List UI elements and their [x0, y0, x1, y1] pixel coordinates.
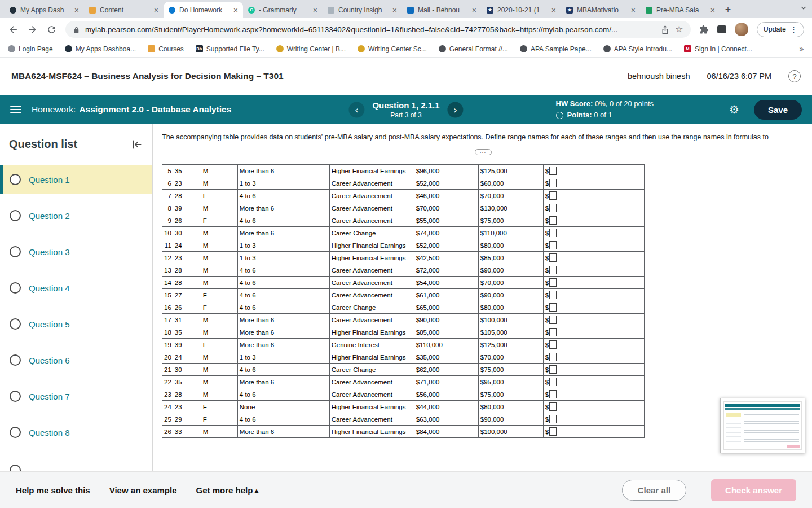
browser-tab[interactable]: Country Insigh× — [323, 2, 402, 18]
tab-close-icon[interactable]: × — [74, 6, 79, 15]
menu-hamburger-icon[interactable] — [10, 106, 21, 113]
collapse-panel-icon[interactable] — [131, 138, 143, 151]
answer-input[interactable] — [549, 266, 557, 274]
answer-input[interactable] — [549, 340, 557, 349]
next-question-button[interactable]: › — [448, 102, 464, 117]
settings-gear-icon[interactable]: ⚙ — [729, 104, 739, 115]
sidebar-item-question-8[interactable]: Question 8 — [0, 418, 152, 446]
browser-tab[interactable]: G- Grammarly× — [243, 2, 323, 18]
update-button[interactable]: Update ⋮ — [757, 22, 804, 37]
help-icon[interactable]: ? — [788, 70, 801, 82]
tab-close-icon[interactable]: × — [631, 6, 636, 15]
tab-close-icon[interactable]: × — [154, 6, 158, 15]
answer-dollar-prefix: $ — [545, 317, 549, 323]
browser-tab[interactable]: ★2020-10-21 (1× — [482, 2, 561, 18]
share-icon[interactable] — [660, 25, 670, 34]
bookmark-item[interactable]: My Apps Dashboa... — [65, 45, 136, 53]
table-row: 1030MMore than 6Career Change$74,000$110… — [162, 227, 645, 239]
bookmark-item[interactable]: General Format //... — [439, 45, 508, 53]
browser-tab[interactable]: Pre-MBA Sala× — [641, 2, 720, 18]
profile-avatar[interactable] — [735, 23, 748, 36]
answer-input[interactable] — [549, 278, 557, 287]
gender-cell: F — [201, 339, 237, 351]
back-icon[interactable] — [8, 24, 19, 35]
answer-input[interactable] — [549, 402, 557, 411]
bookmark-item[interactable]: Login Page — [8, 45, 53, 53]
tab-title: Mail - Behnou — [418, 6, 468, 14]
reason-cell: Career Advancement — [329, 388, 414, 401]
divider-handle[interactable]: ... — [475, 149, 492, 155]
extensions-icon[interactable] — [699, 25, 709, 34]
table-row: 623M1 to 3Career Advancement$52,000$60,0… — [162, 177, 645, 190]
question-9-radio-partial[interactable] — [10, 465, 21, 471]
answer-input[interactable] — [549, 390, 557, 398]
sidebar-item-question-4[interactable]: Question 4 — [0, 274, 152, 302]
apps-dashboard-favicon — [10, 7, 16, 14]
answer-input[interactable] — [549, 316, 557, 324]
answer-input[interactable] — [549, 291, 557, 299]
tab-close-icon[interactable]: × — [392, 6, 397, 15]
sidebar-item-question-2[interactable]: Question 2 — [0, 202, 152, 230]
previous-question-button[interactable]: ‹ — [348, 102, 364, 117]
bookmark-item[interactable]: Courses — [148, 45, 184, 53]
answer-input[interactable] — [549, 253, 557, 262]
browser-tab[interactable]: My Apps Dash× — [5, 2, 84, 18]
browser-tab[interactable]: Do Homework× — [164, 2, 243, 18]
browser-tab[interactable]: Content× — [84, 2, 164, 18]
sidebar-item-question-1[interactable]: Question 1 — [0, 165, 152, 194]
bookmark-item[interactable]: APA Style Introdu... — [603, 45, 672, 53]
answer-input[interactable] — [549, 216, 557, 225]
answer-input[interactable] — [549, 229, 557, 237]
answer-input[interactable] — [549, 328, 557, 336]
browser-tab[interactable]: ★MBAMotivatio× — [561, 2, 641, 18]
bookmark-item[interactable]: MSign In | Connect... — [684, 45, 752, 53]
browser-tab[interactable]: Mail - Behnou× — [402, 2, 482, 18]
answer-input[interactable] — [549, 427, 557, 436]
tab-close-icon[interactable]: × — [710, 6, 715, 15]
get-more-help-link[interactable]: Get more help▲ — [196, 485, 259, 495]
save-button[interactable]: Save — [754, 100, 802, 120]
answer-input[interactable] — [549, 241, 557, 249]
side-panel-icon[interactable] — [717, 25, 726, 33]
tab-close-icon[interactable]: × — [551, 6, 556, 15]
address-bar[interactable]: mylab.pearson.com/Student/PlayerHomework… — [65, 21, 691, 38]
sidebar-item-question-3[interactable]: Question 3 — [0, 238, 152, 266]
check-answer-button[interactable]: Check answer — [711, 479, 796, 501]
answer-dollar-prefix: $ — [545, 416, 549, 423]
answer-input[interactable] — [549, 303, 557, 312]
bookmark-item[interactable]: Writing Center Sc... — [358, 45, 427, 53]
refresh-icon[interactable] — [46, 24, 57, 35]
sidebar-item-question-7[interactable]: Question 7 — [0, 382, 152, 410]
bookmark-star-icon[interactable]: ☆ — [675, 25, 683, 34]
clear-all-button[interactable]: Clear all — [622, 480, 686, 501]
answer-dollar-prefix: $ — [545, 205, 549, 212]
experience-cell: 1 to 3 — [237, 177, 329, 190]
tab-close-icon[interactable]: × — [472, 6, 476, 15]
menu-kebab-icon[interactable]: ⋮ — [790, 25, 797, 34]
help-me-solve-link[interactable]: Help me solve this — [16, 485, 90, 495]
answer-input[interactable] — [549, 378, 557, 386]
gender-cell: M — [201, 351, 237, 364]
bookmark-label: My Apps Dashboa... — [76, 45, 136, 53]
answer-input[interactable] — [549, 167, 557, 175]
forward-icon[interactable] — [27, 24, 38, 35]
sidebar-item-question-5[interactable]: Question 5 — [0, 310, 152, 338]
answer-input[interactable] — [549, 415, 557, 423]
tab-close-icon[interactable]: × — [233, 6, 238, 15]
tab-close-icon[interactable]: × — [313, 6, 317, 15]
bookmark-item[interactable]: APA Sample Pape... — [520, 45, 592, 53]
screenshot-thumbnail[interactable] — [720, 398, 805, 453]
bookmark-item[interactable]: Writing Center | B... — [276, 45, 346, 53]
sidebar-item-question-6[interactable]: Question 6 — [0, 346, 152, 374]
view-example-link[interactable]: View an example — [109, 485, 177, 495]
answer-input[interactable] — [549, 179, 557, 187]
new-tab-button[interactable]: + — [720, 2, 736, 17]
tab-list-chevron-icon[interactable] — [800, 4, 807, 14]
bookmarks-overflow-icon[interactable]: » — [799, 44, 804, 54]
answer-input[interactable] — [549, 204, 557, 212]
answer-input[interactable] — [549, 353, 557, 361]
answer-input[interactable] — [549, 365, 557, 374]
pre-mba-salary-cell: $52,000 — [414, 239, 478, 252]
bookmark-item[interactable]: BbSupported File Ty... — [196, 45, 264, 53]
answer-input[interactable] — [549, 191, 557, 200]
